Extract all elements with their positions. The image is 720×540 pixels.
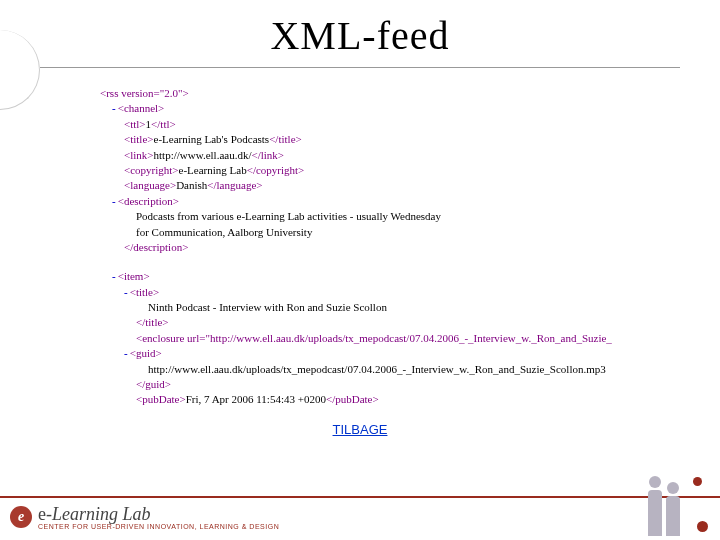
decorative-figures-icon bbox=[642, 466, 702, 536]
footer-logo: e e-Learning Lab CENTER FOR USER-DRIVEN … bbox=[10, 504, 279, 530]
slide: XML-feed <rss version="2.0"> -<channel> … bbox=[0, 0, 720, 540]
footer-logo-subtitle: CENTER FOR USER-DRIVEN INNOVATION, LEARN… bbox=[38, 523, 279, 530]
back-link[interactable]: TILBAGE bbox=[333, 422, 388, 437]
page-title: XML-feed bbox=[0, 0, 720, 59]
footer-logo-text: e-Learning Lab bbox=[38, 504, 279, 525]
footer: e e-Learning Lab CENTER FOR USER-DRIVEN … bbox=[0, 498, 720, 540]
xml-code-block: <rss version="2.0"> -<channel> <ttl>1</t… bbox=[0, 68, 720, 408]
logo-badge-icon: e bbox=[10, 506, 32, 528]
